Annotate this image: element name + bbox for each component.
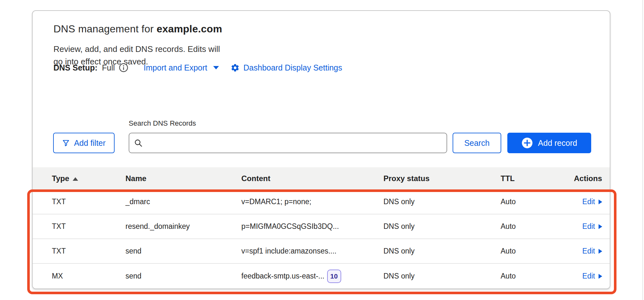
table-header-row: Type Name Content Proxy status TTL Actio… (33, 167, 610, 190)
dns-setup-row: DNS Setup: Full Import and Export (53, 63, 342, 72)
cell-proxy-status: DNS only (383, 197, 501, 206)
table-row: TXT _dmarc v=DMARC1; p=none; DNS only Au… (33, 190, 610, 214)
import-export-link[interactable]: Import and Export (144, 63, 220, 72)
filter-icon (62, 139, 70, 147)
cell-proxy-status: DNS only (383, 247, 501, 255)
dns-setup-label: DNS Setup: (53, 63, 98, 72)
table-row: MX send feedback-smtp.us-east-...10 DNS … (33, 264, 610, 288)
column-header-ttl: TTL (501, 174, 565, 183)
cell-proxy-status: DNS only (383, 222, 501, 231)
cell-type: TXT (52, 197, 125, 206)
gear-icon (230, 63, 240, 72)
search-field (129, 133, 447, 153)
plus-icon (521, 137, 533, 149)
cell-name: resend._domainkey (125, 222, 241, 231)
edit-record-link[interactable]: Edit (582, 197, 603, 206)
search-dns-records-label: Search DNS Records (129, 119, 196, 128)
mx-priority-badge: 10 (327, 270, 341, 283)
chevron-down-icon (213, 65, 220, 70)
cell-content: v=spf1 include:amazonses.... (241, 247, 383, 255)
cell-ttl: Auto (501, 272, 565, 280)
cell-type: TXT (52, 247, 125, 255)
dns-management-card: DNS management for example.com Review, a… (32, 10, 610, 289)
cell-ttl: Auto (501, 197, 565, 206)
page-title: DNS management for example.com (53, 23, 222, 35)
cell-name: send (125, 247, 241, 255)
search-button[interactable]: Search (453, 133, 501, 153)
cell-content: v=DMARC1; p=none; (241, 197, 383, 206)
info-icon[interactable] (119, 63, 128, 72)
search-button-label: Search (464, 138, 489, 148)
edit-record-link[interactable]: Edit (582, 272, 603, 280)
dashboard-display-settings-label: Dashboard Display Settings (244, 63, 342, 72)
cell-name: send (125, 272, 241, 280)
chevron-right-icon (598, 223, 603, 230)
page: DNS management for example.com Review, a… (0, 0, 644, 300)
column-header-content: Content (241, 174, 383, 183)
column-header-actions: Actions (565, 174, 610, 183)
add-record-button[interactable]: Add record (507, 133, 591, 153)
cell-ttl: Auto (501, 247, 565, 255)
column-header-type[interactable]: Type (52, 174, 125, 183)
cell-proxy-status: DNS only (383, 272, 501, 280)
edit-record-link[interactable]: Edit (582, 247, 603, 255)
chevron-right-icon (598, 199, 603, 205)
table-row: TXT resend._domainkey p=MIGfMA0GCSqGSIb3… (33, 214, 610, 239)
import-export-label: Import and Export (144, 63, 207, 72)
add-record-label: Add record (538, 138, 577, 148)
add-filter-button[interactable]: Add filter (53, 133, 115, 153)
dns-records-table: Type Name Content Proxy status TTL Actio… (33, 167, 610, 288)
table-row: TXT send v=spf1 include:amazonses.... DN… (33, 239, 610, 264)
add-filter-label: Add filter (74, 138, 106, 148)
dns-setup-value: Full (102, 63, 115, 72)
dashboard-display-settings-link[interactable]: Dashboard Display Settings (230, 63, 342, 72)
chevron-right-icon (598, 273, 603, 279)
cell-type: MX (52, 272, 125, 280)
cell-content: feedback-smtp.us-east-...10 (241, 270, 383, 283)
search-input[interactable] (129, 133, 447, 153)
description-line-1: Review, add, and edit DNS records. Edits… (53, 43, 220, 55)
page-title-prefix: DNS management for (53, 23, 157, 35)
column-header-name: Name (125, 174, 241, 183)
edit-record-link[interactable]: Edit (582, 222, 603, 231)
chevron-right-icon (598, 248, 603, 254)
cell-type: TXT (52, 222, 125, 231)
cell-name: _dmarc (125, 197, 241, 206)
column-header-proxy-status: Proxy status (383, 174, 501, 183)
domain-name: example.com (157, 23, 222, 35)
cell-content: p=MIGfMA0GCSqGSIb3DQ... (241, 222, 383, 231)
sort-ascending-icon (72, 177, 78, 181)
viewport-edge (642, 0, 643, 300)
cell-ttl: Auto (501, 222, 565, 231)
